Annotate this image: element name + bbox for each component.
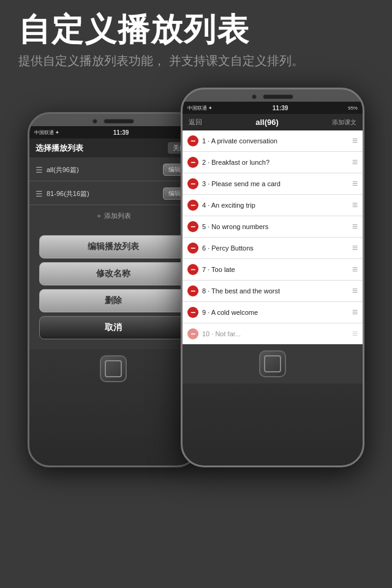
track-handle-8[interactable]: ≡ [352, 307, 358, 317]
track-name-3: 4 · An exciting trip [202, 202, 352, 209]
right-phone-top-bar [183, 89, 363, 102]
track-handle-1[interactable]: ≡ [352, 157, 358, 167]
left-status-time: 11:39 [113, 129, 129, 136]
left-speaker [104, 119, 134, 124]
header-section: 自定义播放列表 提供自定义播放列表功能， 并支持课文自定义排列。 [0, 0, 392, 75]
track-name-8: 9 · A cold welcome [202, 309, 352, 316]
track-item-4[interactable]: 5 · No wrong numbers ≡ [183, 216, 363, 238]
track-name-1: 2 · Breakfast or lunch? [202, 159, 352, 166]
track-handle-9[interactable]: ≡ [352, 329, 358, 339]
right-status-carrier: 中国联通 ✦ [187, 105, 213, 111]
right-status-time: 11:39 [273, 105, 288, 111]
track-delete-4[interactable] [187, 221, 198, 232]
right-home-button[interactable] [259, 350, 286, 377]
track-name-7: 8 · The best and the worst [202, 287, 352, 295]
left-status-bar: 中国联通 ✦ 11:39 95% [29, 126, 197, 138]
cancel-button[interactable]: 取消 [39, 316, 187, 339]
track-delete-6[interactable] [187, 264, 198, 275]
left-home-button[interactable] [100, 355, 127, 382]
track-item-0[interactable]: 1 · A private conversation ≡ [183, 130, 363, 152]
track-item-3[interactable]: 4 · An exciting trip ≡ [183, 195, 363, 216]
track-delete-2[interactable] [187, 178, 198, 189]
right-home-area [183, 344, 363, 383]
track-name-0: 1 · A private conversation [202, 137, 352, 145]
playlist-label-0: all(共96篇) [47, 165, 163, 175]
track-delete-8[interactable] [187, 307, 198, 318]
track-delete-3[interactable] [187, 200, 198, 211]
track-delete-5[interactable] [187, 243, 198, 254]
list-icon-0: ☰ [36, 165, 43, 175]
track-name-4: 5 · No wrong numbers [202, 223, 352, 230]
playlist-label-1: 81-96(共16篇) [47, 189, 163, 198]
right-nav-title: all(96) [255, 118, 279, 127]
right-add-button[interactable]: 添加课文 [332, 118, 356, 127]
right-nav-bar: 返回 all(96) 添加课文 [183, 114, 363, 130]
right-camera [252, 94, 257, 99]
left-nav-title: 选择播放列表 [36, 143, 83, 154]
sub-title: 提供自定义播放列表功能， 并支持课文自定义排列。 [18, 52, 374, 69]
track-name-6: 7 · Too late [202, 266, 352, 273]
track-handle-2[interactable]: ≡ [352, 179, 358, 189]
track-handle-0[interactable]: ≡ [352, 136, 358, 146]
track-item-6[interactable]: 7 · Too late ≡ [183, 259, 363, 281]
left-screen: 选择播放列表 关闭 ☰ all(共96篇) 编辑 › ☰ 81-96(共16篇)… [29, 138, 197, 349]
left-camera [92, 119, 97, 124]
playlist-item-1[interactable]: ☰ 81-96(共16篇) 编辑 › [29, 183, 197, 205]
list-icon-1: ☰ [36, 189, 43, 198]
playlist-item-0[interactable]: ☰ all(共96篇) 编辑 › [29, 159, 197, 181]
track-name-9: 10 · Not far... [202, 330, 352, 337]
track-item-9[interactable]: 10 · Not far... ≡ [183, 323, 363, 344]
right-status-bar: 中国联通 ✦ 11:39 95% [183, 102, 363, 114]
track-delete-1[interactable] [187, 157, 198, 168]
edit-playlist-button[interactable]: 编辑播放列表 [39, 235, 187, 258]
right-back-button[interactable]: 返回 [189, 118, 202, 127]
delete-button[interactable]: 删除 [39, 289, 187, 312]
track-item-5[interactable]: 6 · Percy Buttons ≡ [183, 238, 363, 259]
phone-right: 中国联通 ✦ 11:39 95% 返回 all(96) 添加课文 1 · A p… [181, 88, 364, 467]
add-playlist-button[interactable]: ＋ 添加列表 [29, 206, 197, 225]
track-delete-9[interactable] [187, 328, 198, 339]
track-delete-0[interactable] [187, 135, 198, 146]
track-delete-7[interactable] [187, 285, 198, 296]
track-name-2: 3 · Please send me a card [202, 180, 352, 187]
left-nav-bar: 选择播放列表 关闭 [29, 138, 197, 157]
track-handle-3[interactable]: ≡ [352, 200, 358, 210]
rename-button[interactable]: 修改名称 [39, 262, 187, 285]
action-buttons: 编辑播放列表 修改名称 删除 取消 [29, 225, 197, 349]
left-phone-top-bar [29, 114, 197, 126]
phones-container: 中国联通 ✦ 11:39 95% 选择播放列表 关闭 ☰ all(共96篇) 编… [0, 88, 392, 467]
track-item-1[interactable]: 2 · Breakfast or lunch? ≡ [183, 152, 363, 173]
main-title: 自定义播放列表 [18, 12, 374, 47]
track-handle-5[interactable]: ≡ [352, 243, 358, 253]
track-handle-6[interactable]: ≡ [352, 265, 358, 274]
track-handle-7[interactable]: ≡ [352, 286, 358, 296]
track-item-2[interactable]: 3 · Please send me a card ≡ [183, 173, 363, 195]
track-item-8[interactable]: 9 · A cold welcome ≡ [183, 302, 363, 323]
track-handle-4[interactable]: ≡ [352, 222, 358, 232]
track-item-7[interactable]: 8 · The best and the worst ≡ [183, 281, 363, 302]
right-status-battery: 95% [348, 105, 358, 111]
playlist-list: ☰ all(共96篇) 编辑 › ☰ 81-96(共16篇) 编辑 › [29, 157, 197, 206]
phone-left: 中国联通 ✦ 11:39 95% 选择播放列表 关闭 ☰ all(共96篇) 编… [28, 112, 199, 467]
right-speaker [263, 94, 293, 99]
left-status-carrier: 中国联通 ✦ [34, 129, 59, 136]
track-list: 1 · A private conversation ≡ 2 · Breakfa… [183, 130, 363, 344]
left-home-area [29, 349, 197, 388]
track-name-5: 6 · Percy Buttons [202, 244, 352, 252]
